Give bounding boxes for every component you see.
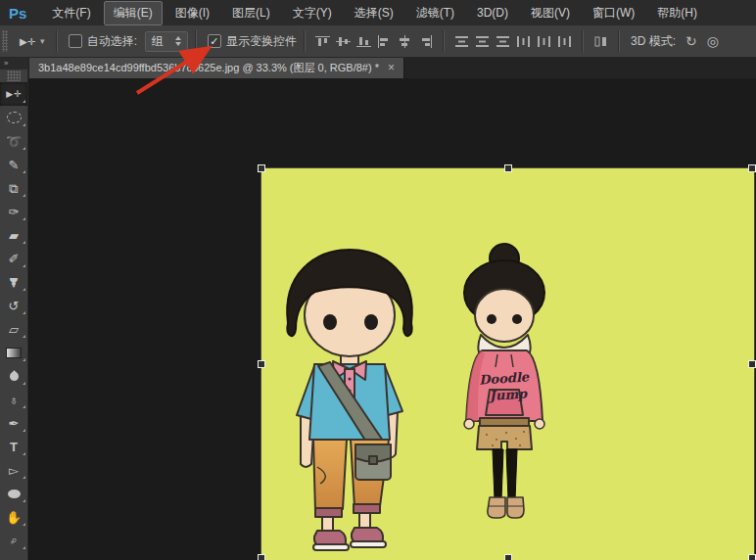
- 3d-rotate-icon[interactable]: ↻: [685, 33, 697, 49]
- transform-handle-top-left[interactable]: [258, 164, 265, 172]
- gradient-tool[interactable]: [0, 341, 27, 364]
- pen-tool[interactable]: ✒: [0, 411, 27, 435]
- hand-tool[interactable]: ✋: [0, 505, 27, 529]
- show-transform-checkbox[interactable]: ✓: [208, 34, 221, 48]
- menu-item-filter[interactable]: 滤镜(T): [406, 1, 464, 25]
- transform-handle-bottom-right[interactable]: [748, 554, 756, 560]
- menu-bar: Ps 文件(F)编辑(E)图像(I)图层(L)文字(Y)选择(S)滤镜(T)3D…: [0, 0, 756, 26]
- zoom-tool[interactable]: ♀: [0, 529, 27, 552]
- type-tool[interactable]: T: [0, 435, 27, 458]
- doodle-illustration: Doodle Jump: [261, 168, 754, 560]
- menu-item-image[interactable]: 图像(I): [165, 1, 219, 25]
- menu-item-select[interactable]: 选择(S): [345, 1, 403, 25]
- document-canvas[interactable]: Doodle Jump: [261, 168, 754, 560]
- distribute-bottom-edges-icon[interactable]: [494, 31, 512, 51]
- menu-item-edit[interactable]: 编辑(E): [104, 1, 163, 25]
- distribute-horizontal-centers-icon[interactable]: [535, 31, 553, 51]
- separator: [56, 30, 58, 52]
- menu-item-help[interactable]: 帮助(H): [647, 1, 707, 25]
- tool-list: ▶✛➰✎⧉✑▰✐♟↺▱♁✒T▻✋♀: [0, 82, 27, 552]
- transform-handle-bottom-center[interactable]: [504, 554, 512, 560]
- history-brush-tool[interactable]: ↺: [0, 294, 27, 317]
- crop-tool[interactable]: ⧉: [0, 176, 27, 200]
- move-tool-preset-icon: ▶: [20, 36, 27, 47]
- eyedropper-tool[interactable]: ✑: [0, 200, 27, 223]
- separator: [582, 30, 584, 52]
- blur-tool[interactable]: [0, 364, 27, 388]
- spot-healing-tool[interactable]: ▰: [0, 223, 27, 247]
- menu-item-layer[interactable]: 图层(L): [222, 1, 280, 25]
- close-icon[interactable]: ×: [388, 61, 395, 74]
- brush-tool[interactable]: ✐: [0, 247, 27, 270]
- stepper-icon: [175, 36, 181, 46]
- menu-item-window[interactable]: 窗口(W): [583, 1, 644, 25]
- menu-item-type[interactable]: 文字(Y): [283, 1, 342, 25]
- distribute-right-edges-icon[interactable]: [555, 31, 574, 51]
- document-tab-bar: 3b1a48e89ce14cd99ffbd536b7cb625e.jpg @ 3…: [27, 57, 756, 78]
- align-left-edges-icon[interactable]: [375, 31, 394, 51]
- lasso-tool[interactable]: ➰: [0, 129, 27, 153]
- photoshop-window: Ps 文件(F)编辑(E)图像(I)图层(L)文字(Y)选择(S)滤镜(T)3D…: [0, 0, 756, 560]
- align-vertical-centers-icon[interactable]: [334, 31, 353, 51]
- move-tool[interactable]: ▶✛: [0, 82, 27, 106]
- shape-tool[interactable]: [0, 482, 27, 505]
- align-bottom-edges-icon[interactable]: [354, 31, 373, 51]
- move-cross-icon: ✛: [27, 36, 35, 47]
- 3d-mode-label: 3D 模式:: [631, 33, 676, 50]
- dodge-tool[interactable]: ♁: [0, 388, 27, 411]
- separator: [618, 30, 620, 52]
- align-top-edges-icon[interactable]: [313, 31, 332, 51]
- align-icons: [312, 30, 611, 52]
- tool-preset-dropdown[interactable]: ▶ ✛ ▾: [16, 34, 49, 49]
- document-tab[interactable]: 3b1a48e89ce14cd99ffbd536b7cb625e.jpg @ 3…: [29, 57, 404, 78]
- transform-handle-middle-right[interactable]: [748, 360, 756, 368]
- tool-panel-grip: [7, 70, 21, 81]
- quick-selection-tool[interactable]: ✎: [0, 153, 27, 176]
- align-horizontal-centers-icon[interactable]: [396, 31, 414, 51]
- distribute-spacing-icon[interactable]: [591, 31, 610, 51]
- show-transform-label: 显示变换控件: [226, 33, 297, 50]
- eraser-tool[interactable]: ▱: [0, 317, 27, 341]
- panel-collapse-button[interactable]: »: [0, 57, 27, 70]
- scope-select[interactable]: 组: [145, 31, 188, 52]
- path-selection-tool[interactable]: ▻: [0, 458, 27, 482]
- options-bar-grip: [2, 30, 8, 52]
- hoodie-text-line2: Jump: [487, 386, 528, 403]
- transform-handle-top-center[interactable]: [504, 164, 512, 172]
- boy-figure: [287, 250, 412, 550]
- transform-handle-top-right[interactable]: [748, 164, 756, 172]
- menu-bar-items: 文件(F)编辑(E)图像(I)图层(L)文字(Y)选择(S)滤镜(T)3D(D)…: [42, 0, 710, 25]
- scope-select-value: 组: [152, 33, 164, 50]
- document-tab-title: 3b1a48e89ce14cd99ffbd536b7cb625e.jpg @ 3…: [38, 61, 379, 75]
- menu-item-3d[interactable]: 3D(D): [467, 2, 518, 23]
- auto-select-checkbox[interactable]: [69, 34, 82, 48]
- tool-panel: » ▶✛➰✎⧉✑▰✐♟↺▱♁✒T▻✋♀: [0, 57, 28, 560]
- separator: [195, 30, 197, 52]
- clone-stamp-tool[interactable]: ♟: [0, 270, 27, 294]
- options-bar: ▶ ✛ ▾ 自动选择: 组 ✓ 显示变换控件 3D 模式: ↻ ◎: [0, 25, 756, 58]
- menu-item-view[interactable]: 视图(V): [521, 1, 580, 25]
- transform-handle-bottom-left[interactable]: [258, 554, 265, 560]
- 3d-roll-icon[interactable]: ◎: [707, 33, 719, 49]
- distribute-top-edges-icon[interactable]: [452, 31, 471, 51]
- distribute-vertical-centers-icon[interactable]: [473, 31, 492, 51]
- girl-figure: Doodle Jump: [464, 244, 544, 518]
- distribute-left-edges-icon[interactable]: [514, 31, 533, 51]
- checkmark-icon: ✓: [210, 36, 218, 47]
- chevron-down-icon: ▾: [40, 36, 45, 46]
- photoshop-logo: Ps: [9, 5, 26, 22]
- auto-select-label: 自动选择:: [87, 33, 137, 50]
- separator: [304, 30, 306, 52]
- marquee-tool[interactable]: [0, 106, 27, 129]
- menu-item-file[interactable]: 文件(F): [42, 1, 100, 25]
- align-right-edges-icon[interactable]: [416, 31, 435, 51]
- double-arrow-icon: »: [4, 59, 9, 68]
- separator: [443, 30, 445, 52]
- transform-handle-middle-left[interactable]: [258, 360, 265, 368]
